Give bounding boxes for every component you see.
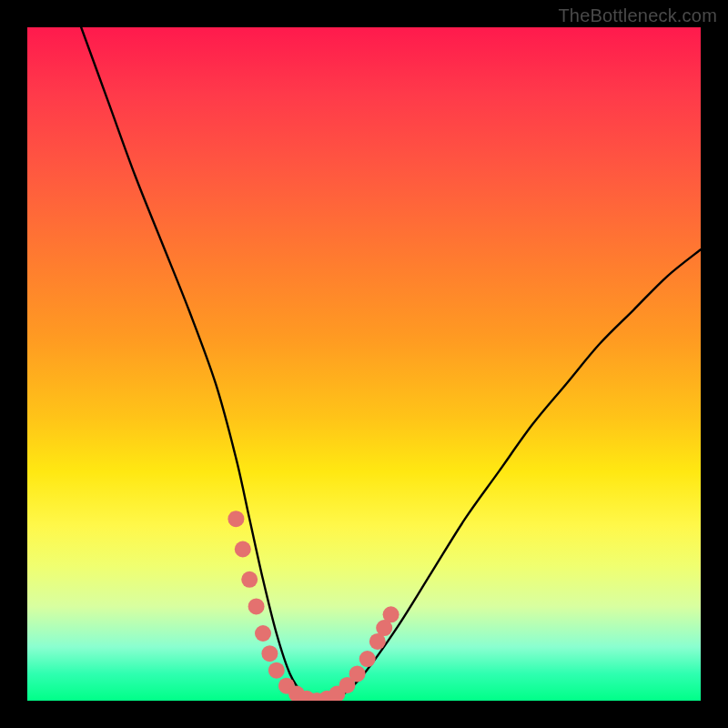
trough-marker — [359, 651, 376, 667]
trough-marker — [261, 645, 278, 662]
trough-marker — [268, 662, 285, 679]
trough-marker — [228, 511, 244, 527]
chart-stage: TheBottleneck.com — [0, 0, 728, 728]
trough-marker — [349, 665, 366, 682]
trough-marker — [241, 571, 258, 588]
trough-marker — [255, 625, 271, 642]
plot-area — [27, 27, 701, 701]
trough-marker — [248, 598, 265, 614]
bottleneck-curve — [81, 27, 701, 701]
trough-marker — [235, 541, 251, 558]
curve-svg — [27, 27, 701, 701]
trough-marker — [383, 606, 399, 622]
attribution-text: TheBottleneck.com — [558, 5, 717, 26]
